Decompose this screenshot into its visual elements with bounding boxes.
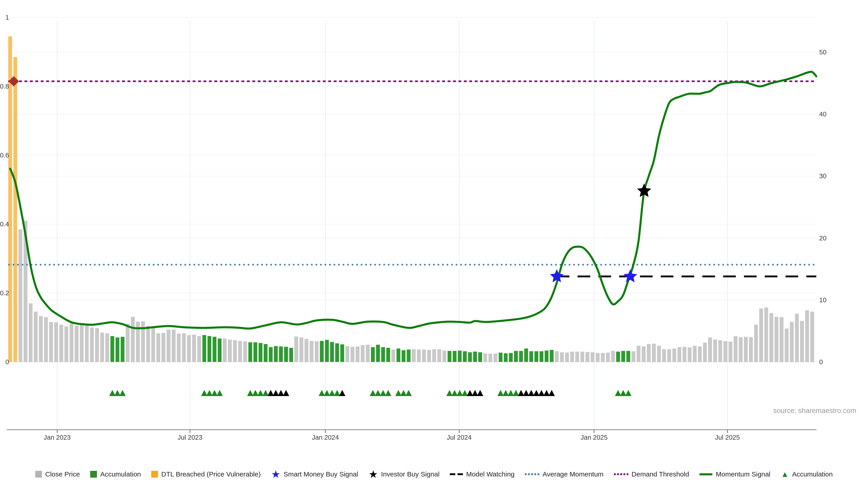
close-price-bar[interactable] [754, 325, 758, 362]
close-price-bar[interactable] [315, 341, 319, 362]
close-price-bar[interactable] [744, 337, 748, 362]
close-price-bar[interactable] [39, 316, 43, 362]
close-price-bar[interactable] [427, 350, 431, 362]
legend-item-momentum-signal[interactable]: Momentum Signal [700, 470, 770, 478]
close-price-bar[interactable] [708, 337, 712, 362]
accumulation-marker[interactable] [217, 390, 223, 396]
accumulation-bar[interactable] [514, 351, 518, 362]
close-price-bar[interactable] [44, 317, 48, 362]
accumulation-marker[interactable] [247, 390, 253, 396]
close-price-bar[interactable] [126, 324, 129, 362]
close-price-bar[interactable] [355, 346, 360, 362]
close-price-bar[interactable] [29, 303, 33, 362]
legend-item-accumulation[interactable]: ▲Accumulation [781, 470, 833, 478]
legend-item-model-watching[interactable]: Model Watching [450, 470, 515, 478]
accumulation-bar[interactable] [509, 353, 513, 362]
close-price-bar[interactable] [780, 317, 783, 362]
investor-marker[interactable] [283, 390, 289, 396]
close-price-bar[interactable] [80, 324, 84, 362]
accumulation-bar[interactable] [320, 341, 324, 362]
accumulation-bar[interactable] [274, 346, 278, 362]
close-price-bar[interactable] [49, 322, 53, 362]
accumulation-marker[interactable] [620, 390, 626, 396]
legend-item-dtl-breached-price-vulnerable[interactable]: DTL Breached (Price Vulnerable) [151, 470, 261, 478]
close-price-bar[interactable] [693, 346, 697, 362]
accumulation-marker[interactable] [395, 390, 402, 396]
accumulation-bar[interactable] [269, 347, 273, 362]
close-price-bar[interactable] [647, 344, 651, 362]
close-price-bar[interactable] [591, 352, 594, 362]
close-price-bar[interactable] [366, 345, 370, 362]
accumulation-bar[interactable] [539, 351, 544, 362]
close-price-bar[interactable] [698, 346, 702, 362]
investor-marker[interactable] [518, 390, 524, 396]
accumulation-bar[interactable] [284, 347, 288, 362]
accumulation-bar[interactable] [402, 350, 405, 362]
close-price-bar[interactable] [764, 307, 768, 362]
close-price-bar[interactable] [70, 323, 73, 362]
accumulation-bar[interactable] [371, 347, 375, 362]
close-price-bar[interactable] [637, 346, 640, 362]
close-price-bar[interactable] [34, 312, 38, 362]
accumulation-marker[interactable] [380, 390, 386, 396]
legend-item-smart-money-buy-signal[interactable]: ★Smart Money Buy Signal [271, 470, 358, 478]
accumulation-bar[interactable] [504, 353, 508, 362]
close-price-bar[interactable] [223, 338, 227, 362]
accumulation-marker[interactable] [119, 390, 126, 396]
close-price-bar[interactable] [54, 322, 58, 362]
close-price-bar[interactable] [494, 354, 498, 362]
accumulation-bar[interactable] [447, 351, 452, 362]
legend-item-accumulation[interactable]: Accumulation [90, 470, 141, 478]
close-price-bar[interactable] [581, 352, 584, 362]
accumulation-bar[interactable] [616, 352, 620, 362]
investor-marker[interactable] [278, 390, 284, 396]
close-price-bar[interactable] [233, 340, 237, 362]
accumulation-bar[interactable] [463, 351, 467, 362]
close-price-bar[interactable] [775, 317, 778, 362]
close-price-bar[interactable] [728, 341, 733, 362]
accumulation-marker[interactable] [615, 390, 621, 396]
investor-marker[interactable] [477, 390, 483, 396]
accumulation-marker[interactable] [405, 390, 412, 396]
close-price-bar[interactable] [770, 313, 773, 362]
accumulation-marker[interactable] [206, 390, 213, 396]
close-price-bar[interactable] [64, 326, 68, 362]
investor-marker[interactable] [533, 390, 539, 396]
accumulation-bar[interactable] [111, 336, 114, 362]
close-price-bar[interactable] [785, 328, 789, 362]
close-price-bar[interactable] [442, 351, 446, 362]
accumulation-bar[interactable] [264, 344, 268, 362]
accumulation-marker[interactable] [462, 390, 468, 396]
close-price-bar[interactable] [90, 328, 94, 362]
close-price-bar[interactable] [739, 337, 743, 362]
accumulation-bar[interactable] [213, 337, 217, 362]
accumulation-bar[interactable] [325, 340, 329, 362]
accumulation-bar[interactable] [626, 351, 630, 362]
investor-marker[interactable] [523, 390, 529, 396]
accumulation-bar[interactable] [208, 336, 211, 362]
investor-marker[interactable] [538, 390, 545, 396]
legend-item-demand-threshold[interactable]: Demand Threshold [614, 470, 689, 478]
close-price-bar[interactable] [422, 350, 426, 362]
close-price-bar[interactable] [560, 352, 564, 362]
close-price-bar[interactable] [575, 352, 579, 362]
dtl-breached-bar[interactable] [13, 57, 17, 362]
accumulation-marker[interactable] [513, 390, 519, 396]
accumulation-bar[interactable] [279, 346, 283, 362]
momentum-accumulation-chart[interactable]: Jan 2023Jul 2023Jan 2024Jul 2024Jan 2025… [0, 0, 868, 488]
investor-marker[interactable] [528, 390, 534, 396]
accumulation-bar[interactable] [330, 342, 334, 362]
accumulation-marker[interactable] [370, 390, 376, 396]
close-price-bar[interactable] [570, 352, 574, 362]
accumulation-marker[interactable] [329, 390, 335, 396]
accumulation-bar[interactable] [397, 349, 400, 362]
accumulation-bar[interactable] [621, 351, 625, 362]
close-price-bar[interactable] [565, 353, 569, 362]
accumulation-bar[interactable] [524, 349, 528, 362]
close-price-bar[interactable] [810, 312, 814, 362]
accumulation-marker[interactable] [385, 390, 391, 396]
accumulation-bar[interactable] [534, 351, 538, 362]
close-price-bar[interactable] [95, 328, 99, 362]
close-price-bar[interactable] [805, 310, 809, 362]
smart-money-buy-signal-star[interactable] [623, 269, 637, 283]
